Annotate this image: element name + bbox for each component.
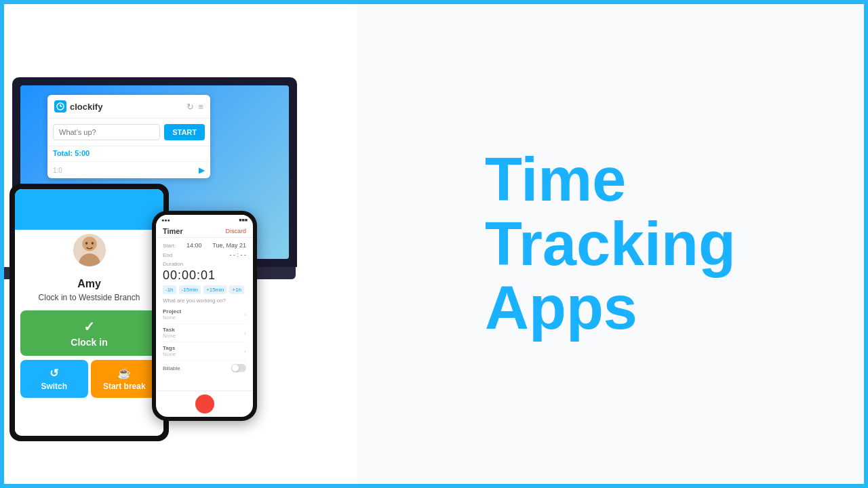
end-time-row: End - - : - -	[163, 251, 246, 258]
checkmark-icon: ✓	[83, 319, 95, 335]
tablet-subtitle: Clock in to Westside Branch	[39, 293, 140, 304]
refresh-icon[interactable]: ↻	[186, 102, 194, 112]
clock-in-button[interactable]: ✓ Clock in	[20, 310, 158, 356]
widget-total: Total: 5:00	[47, 146, 210, 161]
headline-line3: Apps	[485, 276, 736, 340]
project-label: Project	[163, 308, 181, 314]
tablet-screen: Amy Clock in to Westside Branch ✓ Clock …	[15, 189, 163, 436]
quick-time-1[interactable]: -1h	[163, 285, 176, 294]
billable-toggle[interactable]	[231, 364, 246, 372]
svg-point-6	[91, 242, 94, 245]
widget-row: 1:0 ▶	[47, 161, 210, 178]
phone-footer	[156, 390, 253, 417]
record-button[interactable]	[195, 394, 214, 413]
clockify-widget: clockify ↻ ≡ START Total: 5:00	[47, 95, 210, 178]
tablet-user-name: Amy	[77, 278, 101, 290]
tablet-bottom-buttons: ↺ Switch ☕ Start break	[20, 360, 158, 398]
tablet-mockup: Amy Clock in to Westside Branch ✓ Clock …	[9, 184, 169, 441]
widget-header: clockify ↻ ≡	[47, 95, 210, 119]
quick-time-3[interactable]: +15min	[203, 285, 226, 294]
clockify-logo: clockify	[54, 100, 102, 113]
quick-time-2[interactable]: -15min	[179, 285, 201, 294]
avatar-wrapper	[15, 211, 163, 268]
task-value: None	[163, 333, 176, 339]
switch-icon: ↺	[50, 367, 58, 380]
page-container: clockify ↻ ≡ START Total: 5:00	[0, 0, 868, 488]
widget-body: START	[47, 119, 210, 146]
break-icon: ☕	[117, 367, 131, 380]
row-time: 1:0	[53, 167, 62, 174]
project-arrow-icon: ›	[244, 312, 246, 318]
phone-header: Timer Discard	[156, 224, 253, 238]
end-label: End	[163, 252, 172, 258]
project-row[interactable]: Project None ›	[163, 306, 246, 324]
task-label: Task	[163, 327, 176, 333]
duration-display: 00:00:01	[163, 268, 246, 283]
quick-times: -1h -15min +15min +1h	[163, 285, 246, 294]
break-label: Start break	[103, 382, 146, 391]
billable-row: Billable	[163, 361, 246, 375]
project-value: None	[163, 314, 181, 321]
play-icon[interactable]: ▶	[199, 165, 205, 175]
end-time: - - : - -	[230, 251, 247, 258]
clock-in-label: Clock in	[71, 337, 107, 348]
phone-title: Timer	[163, 227, 183, 235]
status-bar: ●●● ■■■	[156, 215, 253, 224]
start-break-button[interactable]: ☕ Start break	[91, 360, 159, 398]
task-arrow-icon: ›	[244, 330, 246, 336]
discard-button[interactable]: Discard	[225, 228, 246, 235]
phone-screen: ●●● ■■■ Timer Discard Start: 14:00 Tue, …	[156, 215, 253, 417]
switch-button[interactable]: ↺ Switch	[20, 360, 88, 398]
task-row[interactable]: Task None ›	[163, 324, 246, 342]
tags-arrow-icon: ›	[244, 348, 246, 354]
duration-label: Duration	[163, 261, 246, 267]
switch-label: Switch	[41, 382, 67, 391]
phone-mockup: ●●● ■■■ Timer Discard Start: 14:00 Tue, …	[152, 211, 257, 421]
tags-label: Tags	[163, 345, 176, 351]
start-time: 14:00	[186, 242, 202, 249]
menu-icon[interactable]: ≡	[198, 102, 203, 112]
headline-line1: Time	[485, 148, 736, 212]
avatar	[71, 232, 108, 268]
tags-row[interactable]: Tags None ›	[163, 342, 246, 361]
tablet-content: Amy Clock in to Westside Branch ✓ Clock …	[15, 268, 163, 436]
svg-point-3	[79, 253, 100, 266]
total-label: Total:	[53, 149, 73, 157]
tags-value: None	[163, 351, 176, 357]
start-button[interactable]: START	[164, 124, 205, 140]
headline-text: Time Tracking Apps	[485, 148, 736, 340]
duration-section: Duration 00:00:01	[163, 261, 246, 283]
toggle-knob	[232, 365, 239, 371]
headline-line2: Tracking	[485, 212, 736, 277]
start-time-row: Start: 14:00 Tue, May 21	[163, 242, 246, 249]
start-label: Start:	[163, 243, 176, 249]
whats-up-input[interactable]	[53, 124, 160, 140]
phone-body: Start: 14:00 Tue, May 21 End - - : - - D…	[156, 238, 253, 390]
battery-icon: ■■■	[239, 218, 248, 222]
logo-text: clockify	[70, 102, 102, 112]
devices-section: clockify ↻ ≡ START Total: 5:00	[4, 4, 357, 488]
start-date: Tue, May 21	[212, 242, 246, 249]
signal-icon: ●●●	[161, 218, 170, 222]
clockify-logo-icon	[54, 100, 66, 113]
billable-label: Billable	[163, 365, 180, 371]
right-section: Time Tracking Apps	[357, 4, 864, 484]
working-on-label: What are you working on?	[163, 298, 246, 304]
svg-point-5	[85, 242, 87, 245]
total-value: 5:00	[75, 149, 90, 157]
widget-action-icons: ↻ ≡	[186, 102, 203, 112]
quick-time-4[interactable]: +1h	[229, 285, 244, 294]
